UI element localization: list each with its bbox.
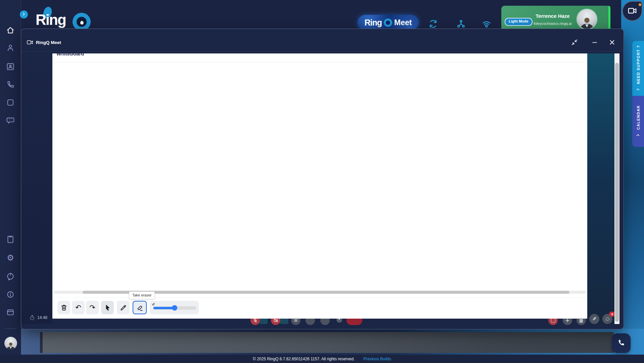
sidebar-expand-button[interactable] bbox=[20, 10, 28, 18]
network-status-button[interactable] bbox=[481, 19, 492, 29]
avatar-silhouette bbox=[579, 16, 595, 29]
whiteboard-heading: Whiteboard bbox=[56, 53, 130, 57]
badge-q-icon bbox=[384, 18, 392, 27]
window-titlebar: RingQ Meet bbox=[21, 29, 624, 51]
video-camera-icon bbox=[628, 6, 637, 16]
video-strip-edge bbox=[40, 332, 43, 353]
video-camera-icon bbox=[27, 39, 33, 46]
need-support-tab[interactable]: NEED SUPPORT ? bbox=[632, 41, 644, 96]
close-window-button[interactable] bbox=[608, 38, 617, 47]
whiteboard-canvas[interactable] bbox=[52, 62, 587, 290]
left-sidebar: ⚙ ? bbox=[0, 0, 21, 355]
window-title: RingQ Meet bbox=[36, 40, 61, 45]
sidebar-item-home[interactable] bbox=[6, 26, 15, 35]
cursor-icon bbox=[104, 304, 111, 312]
whiteboard-toggle-button[interactable]: ✎ bbox=[589, 314, 599, 324]
copyright-text: © 2025 RingQ 8.7.62.65011426 1157. All r… bbox=[253, 357, 355, 361]
select-tool-button[interactable] bbox=[101, 301, 114, 314]
user-name: Terrence Haze bbox=[530, 13, 576, 19]
dialer-button[interactable] bbox=[612, 333, 631, 353]
tooltip: Take eraser bbox=[129, 291, 155, 299]
sync-button[interactable] bbox=[428, 19, 438, 29]
meet-launcher-button[interactable] bbox=[622, 1, 642, 21]
sync-icon bbox=[428, 19, 438, 29]
ringq-meet-window: RingQ Meet ≡ + ▦ ✎ 0 bbox=[21, 29, 624, 329]
share-nodes-icon bbox=[456, 19, 466, 29]
sidebar-item-help[interactable]: ? bbox=[6, 272, 15, 281]
restore-window-button[interactable] bbox=[570, 38, 579, 47]
video-preview-strip bbox=[43, 332, 614, 353]
card-icon bbox=[6, 308, 15, 317]
minimize-icon bbox=[591, 38, 599, 46]
sidebar-item-contacts[interactable] bbox=[6, 62, 15, 71]
trash-icon bbox=[60, 304, 68, 312]
gear-icon: ⚙ bbox=[6, 253, 15, 263]
chevron-icon bbox=[636, 87, 641, 92]
calendar-tab-label: CALENDAR bbox=[636, 105, 640, 130]
pencil-icon bbox=[120, 304, 127, 312]
vertical-scrollbar-thumb[interactable] bbox=[615, 63, 619, 322]
eraser-size-slider[interactable] bbox=[153, 307, 196, 310]
pen-icon: ✎ bbox=[592, 317, 597, 322]
question-mark-icon: ? bbox=[6, 272, 15, 276]
home-icon bbox=[6, 26, 15, 35]
compress-icon bbox=[570, 38, 579, 46]
sidebar-item-settings[interactable]: ⚙ bbox=[6, 253, 15, 263]
sidebar-item-profile[interactable] bbox=[6, 43, 15, 52]
pencil-tool-button[interactable] bbox=[117, 301, 130, 314]
calendar-tab[interactable]: CALENDAR bbox=[632, 96, 644, 147]
logo-text: Ring bbox=[36, 12, 66, 28]
notification-dot bbox=[639, 3, 641, 6]
timer-value: 14:48 bbox=[37, 315, 47, 320]
sidebar-item-calls[interactable] bbox=[6, 80, 15, 89]
ringq-meet-badge: Ring Meet bbox=[358, 15, 419, 30]
close-icon bbox=[608, 38, 617, 46]
meeting-background-strip bbox=[587, 53, 614, 324]
sidebar-item-notes[interactable] bbox=[6, 235, 15, 244]
vertical-scrollbar[interactable] bbox=[614, 53, 619, 324]
contact-card-icon bbox=[6, 62, 15, 71]
sidebar-divider bbox=[5, 328, 16, 329]
sidebar-item-messages[interactable] bbox=[6, 116, 15, 125]
whiteboard-panel: Whiteboard ↶ ↷ bbox=[52, 53, 587, 319]
minimize-window-button[interactable] bbox=[591, 38, 599, 47]
sidebar-item-info[interactable] bbox=[6, 290, 15, 299]
eraser-icon bbox=[136, 304, 144, 312]
sidebar-user-avatar[interactable] bbox=[4, 337, 17, 350]
badge-meet-text: Meet bbox=[394, 18, 412, 27]
mini-eraser-icon bbox=[151, 301, 155, 306]
app-logo: Ring bbox=[36, 5, 96, 30]
share-nodes-button[interactable] bbox=[456, 19, 466, 29]
redo-button[interactable]: ↷ bbox=[86, 301, 99, 314]
eraser-size-group bbox=[150, 301, 199, 314]
meeting-left-strip bbox=[21, 53, 52, 324]
stopwatch-icon bbox=[29, 315, 35, 321]
chevron-right-icon bbox=[21, 12, 26, 17]
badge-ring-text: Ring bbox=[365, 18, 382, 28]
user-profile-panel: Light Mode Terrence Haze foleycochranco.… bbox=[501, 6, 610, 29]
clear-board-button[interactable] bbox=[57, 301, 70, 314]
logo-q-icon bbox=[73, 13, 91, 31]
header-user-avatar[interactable] bbox=[577, 9, 597, 29]
undo-icon: ↶ bbox=[75, 304, 81, 311]
previous-builds-link[interactable]: Previous Builds bbox=[363, 357, 391, 361]
user-icon bbox=[6, 43, 15, 52]
phone-handset-icon bbox=[617, 339, 625, 348]
support-tab-label: NEED SUPPORT ? bbox=[636, 45, 640, 84]
whiteboard-heading-clip: Whiteboard bbox=[56, 53, 130, 57]
record-icon bbox=[551, 318, 555, 323]
sidebar-item-meetings[interactable] bbox=[6, 98, 15, 107]
wifi-icon bbox=[481, 19, 492, 29]
footer: © 2025 RingQ 8.7.62.65011426 1157. All r… bbox=[0, 355, 644, 363]
undo-button[interactable]: ↶ bbox=[72, 301, 85, 314]
slider-thumb[interactable] bbox=[172, 305, 177, 311]
user-domain: foleycochranco.ringq.ai bbox=[528, 22, 577, 26]
redo-icon: ↷ bbox=[89, 304, 95, 311]
clipboard-icon bbox=[6, 235, 15, 244]
phone-icon bbox=[6, 80, 15, 89]
grid-icon: ▦ bbox=[579, 318, 583, 323]
horizontal-scrollbar-thumb[interactable] bbox=[83, 291, 569, 294]
eraser-tool-button[interactable] bbox=[133, 301, 147, 314]
sidebar-item-billing[interactable] bbox=[6, 308, 15, 317]
meeting-timer: 14:48 bbox=[29, 315, 47, 321]
